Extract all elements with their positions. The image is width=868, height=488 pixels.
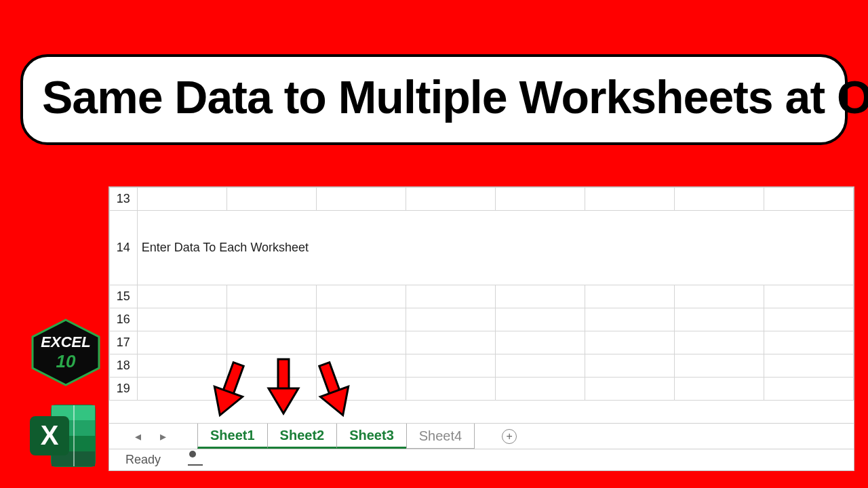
row-header[interactable]: 18 <box>110 354 138 378</box>
row-header[interactable]: 17 <box>110 331 138 354</box>
prev-sheet-icon[interactable]: ◂ <box>135 429 141 444</box>
arrow-icon <box>263 356 304 417</box>
tab-sheet3[interactable]: Sheet3 <box>336 424 407 449</box>
svg-marker-5 <box>320 386 357 420</box>
cell-content[interactable]: Enter Data To Each Worksheet <box>137 211 853 285</box>
tab-label: Sheet4 <box>419 428 462 444</box>
table-row[interactable]: 17 <box>110 331 854 354</box>
tab-sheet2[interactable]: Sheet2 <box>267 424 338 449</box>
page-title: Same Data to Multiple Worksheets at Once <box>42 70 826 123</box>
tab-label: Sheet3 <box>349 428 394 443</box>
title-banner: Same Data to Multiple Worksheets at Once <box>20 54 848 145</box>
row-header[interactable]: 16 <box>110 308 138 331</box>
tab-label: Sheet2 <box>280 428 325 443</box>
ms-excel-logo: X <box>26 400 100 471</box>
table-row[interactable]: 15 <box>110 285 854 308</box>
row-header[interactable]: 15 <box>110 285 138 308</box>
svg-rect-14 <box>73 405 75 466</box>
excel10-logo: EXCEL 10 <box>28 319 103 386</box>
tab-sheet1[interactable]: Sheet1 <box>197 424 268 449</box>
table-row[interactable]: 13 <box>110 188 854 211</box>
svg-text:X: X <box>41 420 59 450</box>
svg-rect-2 <box>278 359 289 390</box>
tab-sheet4[interactable]: Sheet4 <box>406 424 475 449</box>
svg-marker-3 <box>269 388 298 413</box>
row-header[interactable]: 19 <box>110 378 138 401</box>
row-header[interactable]: 13 <box>110 188 138 211</box>
table-row[interactable]: 16 <box>110 308 854 331</box>
status-bar: Ready <box>109 449 854 470</box>
add-sheet-button[interactable]: + <box>494 424 524 449</box>
svg-marker-1 <box>206 386 243 420</box>
row-header[interactable]: 14 <box>110 211 138 285</box>
plus-icon: + <box>502 429 517 444</box>
sheet-tab-bar: ◂ ▸ Sheet1 Sheet2 Sheet3 Sheet4 + <box>109 423 854 449</box>
excel-window: 13 14 Enter Data To Each Worksheet 15 16… <box>108 186 854 471</box>
svg-text:10: 10 <box>56 351 76 371</box>
table-row[interactable]: 14 Enter Data To Each Worksheet <box>110 211 854 285</box>
macro-record-icon[interactable] <box>188 455 203 466</box>
tab-nav: ◂ ▸ <box>109 424 197 449</box>
next-sheet-icon[interactable]: ▸ <box>160 429 166 444</box>
tab-label: Sheet1 <box>210 428 255 443</box>
svg-text:EXCEL: EXCEL <box>41 333 90 350</box>
status-text: Ready <box>125 453 161 467</box>
